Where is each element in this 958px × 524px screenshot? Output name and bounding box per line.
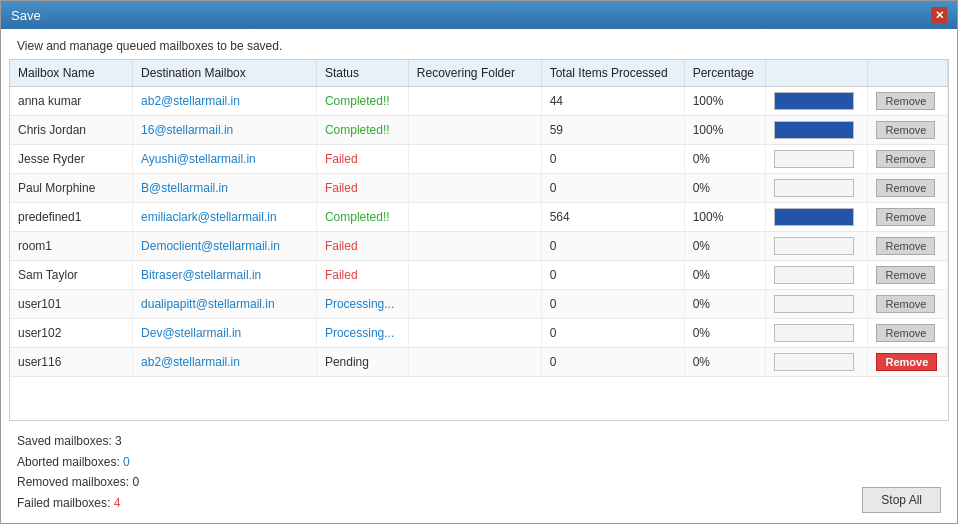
- cell-percentage: 0%: [684, 290, 766, 319]
- cell-mailbox: Chris Jordan: [10, 116, 133, 145]
- remove-button[interactable]: Remove: [876, 324, 935, 342]
- cell-destination: ab2@stellarmail.in: [133, 87, 317, 116]
- cell-total: 0: [541, 145, 684, 174]
- remove-button[interactable]: Remove: [876, 179, 935, 197]
- cell-recovering: [408, 319, 541, 348]
- title-bar: Save ✕: [1, 1, 957, 29]
- cell-remove: Remove: [868, 319, 948, 348]
- progress-bar-fill: [775, 122, 853, 138]
- cell-remove: Remove: [868, 348, 948, 377]
- cell-status: Pending: [316, 348, 408, 377]
- cell-recovering: [408, 348, 541, 377]
- col-header-status: Status: [316, 60, 408, 87]
- cell-percentage: 0%: [684, 319, 766, 348]
- remove-button[interactable]: Remove: [876, 353, 937, 371]
- remove-button[interactable]: Remove: [876, 295, 935, 313]
- progress-bar-container: [774, 208, 854, 226]
- mailbox-table-container: Mailbox Name Destination Mailbox Status …: [9, 59, 949, 421]
- stat-line: Failed mailboxes: 4: [17, 493, 139, 513]
- save-window: Save ✕ View and manage queued mailboxes …: [0, 0, 958, 524]
- table-row: user101dualipapitt@stellarmail.inProcess…: [10, 290, 948, 319]
- remove-button[interactable]: Remove: [876, 121, 935, 139]
- col-header-bar: [766, 60, 868, 87]
- cell-percentage: 100%: [684, 87, 766, 116]
- cell-destination: dualipapitt@stellarmail.in: [133, 290, 317, 319]
- cell-status: Completed!!: [316, 116, 408, 145]
- cell-status: Failed: [316, 174, 408, 203]
- cell-total: 0: [541, 319, 684, 348]
- cell-progress-bar: [766, 232, 868, 261]
- cell-destination: ab2@stellarmail.in: [133, 348, 317, 377]
- col-header-destination: Destination Mailbox: [133, 60, 317, 87]
- table-header-row: Mailbox Name Destination Mailbox Status …: [10, 60, 948, 87]
- cell-recovering: [408, 145, 541, 174]
- cell-destination: 16@stellarmail.in: [133, 116, 317, 145]
- remove-button[interactable]: Remove: [876, 237, 935, 255]
- cell-recovering: [408, 87, 541, 116]
- cell-remove: Remove: [868, 87, 948, 116]
- cell-progress-bar: [766, 145, 868, 174]
- cell-percentage: 0%: [684, 261, 766, 290]
- table-row: anna kumarab2@stellarmail.inCompleted!!4…: [10, 87, 948, 116]
- cell-percentage: 0%: [684, 232, 766, 261]
- cell-total: 59: [541, 116, 684, 145]
- cell-percentage: 100%: [684, 203, 766, 232]
- cell-remove: Remove: [868, 116, 948, 145]
- cell-mailbox: anna kumar: [10, 87, 133, 116]
- table-row: predefined1emiliaclark@stellarmail.inCom…: [10, 203, 948, 232]
- cell-progress-bar: [766, 261, 868, 290]
- col-header-total: Total Items Processed: [541, 60, 684, 87]
- cell-progress-bar: [766, 116, 868, 145]
- cell-destination: Democlient@stellarmail.in: [133, 232, 317, 261]
- progress-bar-container: [774, 295, 854, 313]
- cell-progress-bar: [766, 348, 868, 377]
- cell-mailbox: user101: [10, 290, 133, 319]
- stat-value: 3: [115, 434, 122, 448]
- stat-value: 4: [114, 496, 121, 510]
- col-header-mailbox: Mailbox Name: [10, 60, 133, 87]
- cell-destination: emiliaclark@stellarmail.in: [133, 203, 317, 232]
- cell-total: 0: [541, 261, 684, 290]
- remove-button[interactable]: Remove: [876, 92, 935, 110]
- progress-bar-container: [774, 92, 854, 110]
- description-text: View and manage queued mailboxes to be s…: [1, 29, 957, 59]
- cell-total: 0: [541, 232, 684, 261]
- cell-recovering: [408, 174, 541, 203]
- cell-remove: Remove: [868, 290, 948, 319]
- stop-all-button[interactable]: Stop All: [862, 487, 941, 513]
- cell-mailbox: user102: [10, 319, 133, 348]
- table-row: room1Democlient@stellarmail.inFailed00%R…: [10, 232, 948, 261]
- cell-percentage: 0%: [684, 145, 766, 174]
- cell-percentage: 0%: [684, 348, 766, 377]
- progress-bar-container: [774, 353, 854, 371]
- cell-recovering: [408, 261, 541, 290]
- remove-button[interactable]: Remove: [876, 266, 935, 284]
- cell-status: Completed!!: [316, 203, 408, 232]
- footer-stats: Saved mailboxes: 3Aborted mailboxes: 0Re…: [17, 431, 139, 513]
- close-button[interactable]: ✕: [931, 7, 947, 23]
- col-header-recovering: Recovering Folder: [408, 60, 541, 87]
- table-row: Sam TaylorBitraser@stellarmail.inFailed0…: [10, 261, 948, 290]
- stat-label: Failed mailboxes:: [17, 496, 114, 510]
- stat-value: 0: [132, 475, 139, 489]
- cell-percentage: 100%: [684, 116, 766, 145]
- cell-mailbox: predefined1: [10, 203, 133, 232]
- cell-status: Failed: [316, 232, 408, 261]
- stat-line: Saved mailboxes: 3: [17, 431, 139, 451]
- remove-button[interactable]: Remove: [876, 208, 935, 226]
- footer: Saved mailboxes: 3Aborted mailboxes: 0Re…: [1, 421, 957, 523]
- cell-remove: Remove: [868, 203, 948, 232]
- stat-line: Aborted mailboxes: 0: [17, 452, 139, 472]
- progress-bar-container: [774, 324, 854, 342]
- cell-mailbox: Jesse Ryder: [10, 145, 133, 174]
- progress-bar-container: [774, 121, 854, 139]
- remove-button[interactable]: Remove: [876, 150, 935, 168]
- table-row: Chris Jordan16@stellarmail.inCompleted!!…: [10, 116, 948, 145]
- cell-total: 0: [541, 348, 684, 377]
- cell-remove: Remove: [868, 261, 948, 290]
- cell-status: Failed: [316, 261, 408, 290]
- cell-remove: Remove: [868, 232, 948, 261]
- progress-bar-container: [774, 266, 854, 284]
- cell-mailbox: room1: [10, 232, 133, 261]
- progress-bar-container: [774, 179, 854, 197]
